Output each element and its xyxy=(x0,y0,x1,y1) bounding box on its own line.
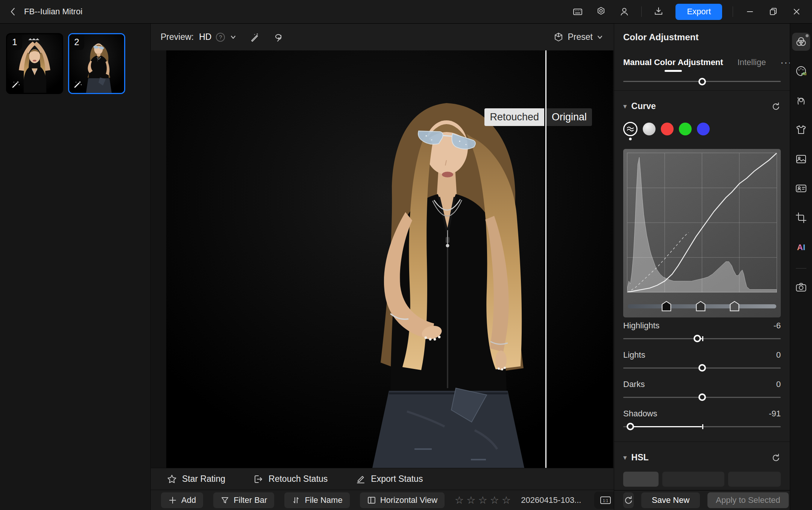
highlights-slider[interactable] xyxy=(623,331,781,347)
curves-icon xyxy=(626,125,634,133)
current-filename: 20260415-103... xyxy=(521,495,581,505)
rating-stars[interactable]: ☆☆☆☆☆ xyxy=(455,494,511,506)
slider-knob[interactable] xyxy=(627,423,634,430)
rail-portrait-retouch[interactable] xyxy=(792,91,810,109)
export-button[interactable]: Export xyxy=(675,4,722,20)
rail-clothing[interactable] xyxy=(792,121,810,139)
restore-button[interactable] xyxy=(767,5,780,18)
tab-manual-color-adjustment[interactable]: Manual Color Adjustment xyxy=(623,58,723,67)
apply-to-selected-button[interactable]: Apply to Selected xyxy=(707,492,788,508)
hsl-tab-3[interactable] xyxy=(728,472,781,487)
canvas-column: Preview: HD ? xyxy=(150,24,614,510)
more-options-button[interactable]: ··· xyxy=(780,60,790,65)
mid-point-handle[interactable] xyxy=(696,301,706,311)
rail-crop[interactable] xyxy=(792,209,810,227)
add-button[interactable]: Add xyxy=(161,492,203,508)
account-button[interactable] xyxy=(618,5,631,18)
shadows-value: -91 xyxy=(769,409,781,419)
lasso-icon xyxy=(272,31,285,44)
star-icon[interactable]: ☆ xyxy=(490,494,499,506)
caret-down-icon[interactable]: ▾ xyxy=(623,102,627,111)
retouch-status-icon xyxy=(253,474,264,484)
hsl-reset-button[interactable] xyxy=(771,453,781,463)
slider-center-tick xyxy=(702,424,703,429)
slider-knob[interactable] xyxy=(698,393,706,401)
horizontal-view-button[interactable]: Horizontal View xyxy=(360,492,445,508)
divider xyxy=(614,90,790,91)
keyboard-shortcuts-button[interactable] xyxy=(571,5,584,18)
darks-slider[interactable] xyxy=(623,390,781,405)
slider-fill xyxy=(630,426,702,427)
black-point-handle[interactable] xyxy=(662,301,671,311)
account-icon xyxy=(619,6,630,17)
clipped-slider[interactable] xyxy=(623,76,781,87)
preview-quality-value[interactable]: HD xyxy=(199,32,211,42)
darks-value: 0 xyxy=(776,379,781,389)
rail-background[interactable] xyxy=(792,150,810,168)
preview-label: Preview: xyxy=(161,32,194,42)
actual-size-button[interactable]: 1:1 xyxy=(600,494,612,506)
channel-blue[interactable] xyxy=(697,123,710,135)
hsl-section-header: ▾ HSL xyxy=(623,452,781,463)
save-new-button[interactable]: Save New xyxy=(641,492,700,508)
lights-slider[interactable] xyxy=(623,360,781,376)
curve-editor[interactable] xyxy=(623,149,781,317)
channel-white[interactable] xyxy=(643,123,656,135)
rail-color-adjustment[interactable] xyxy=(792,33,810,51)
rail-camera[interactable] xyxy=(792,278,810,296)
shadows-slider[interactable] xyxy=(623,419,781,435)
hsl-tab-1[interactable] xyxy=(623,472,659,487)
star-rating-label: Star Rating xyxy=(182,474,225,484)
keyboard-icon xyxy=(572,6,583,17)
star-rating-button[interactable]: Star Rating xyxy=(167,474,225,484)
settings-button[interactable] xyxy=(595,5,607,18)
star-icon[interactable]: ☆ xyxy=(466,494,475,506)
channel-all-curves[interactable] xyxy=(623,122,637,136)
curve-section-header: ▾ Curve xyxy=(623,101,781,111)
bottom-toolbar: Add Filter Bar File Name Horizontal View… xyxy=(151,490,614,510)
download-button[interactable] xyxy=(652,5,665,18)
white-point-handle[interactable] xyxy=(730,301,739,311)
sort-by-file-name-button[interactable]: File Name xyxy=(284,492,349,508)
thumbnail-2[interactable]: 2 xyxy=(68,33,125,94)
highlights-slider-row: Highlights -6 xyxy=(623,317,781,347)
ai-palette-icon: AI xyxy=(795,65,807,77)
reset-all-button[interactable] xyxy=(623,492,634,508)
star-icon[interactable]: ☆ xyxy=(502,494,511,506)
preset-label: Preset xyxy=(568,32,593,42)
close-button[interactable] xyxy=(790,5,803,18)
lasso-tool[interactable] xyxy=(272,31,285,44)
curve-chart[interactable] xyxy=(627,153,777,293)
retouch-status-button[interactable]: Retouch Status xyxy=(253,474,328,484)
curve-reset-button[interactable] xyxy=(771,102,781,111)
thumbnail-1[interactable]: 1 xyxy=(6,33,63,94)
minimize-button[interactable] xyxy=(744,5,756,18)
export-status-button[interactable]: Export Status xyxy=(355,474,423,484)
titlebar: FB--Iulian Mitroi Export xyxy=(0,0,812,24)
back-button[interactable] xyxy=(7,5,20,18)
tab-intelligent[interactable]: Intellige xyxy=(738,58,766,67)
rail-id-photo[interactable] xyxy=(792,179,810,197)
help-icon[interactable]: ? xyxy=(216,33,225,42)
caret-down-icon[interactable]: ▾ xyxy=(623,453,627,462)
photo-canvas[interactable]: Retouched Original xyxy=(166,50,613,468)
svg-text:AI: AI xyxy=(802,71,806,76)
rail-ai-color[interactable]: AI xyxy=(792,62,810,80)
add-label: Add xyxy=(181,495,196,505)
reset-icon xyxy=(623,495,634,505)
slider-knob[interactable] xyxy=(698,78,706,85)
filter-bar-button[interactable]: Filter Bar xyxy=(213,492,274,508)
chevron-down-icon[interactable] xyxy=(229,33,237,41)
star-icon[interactable]: ☆ xyxy=(478,494,487,506)
preview-toolbar: Preview: HD ? xyxy=(151,24,614,50)
star-icon[interactable]: ☆ xyxy=(455,494,464,506)
channel-green[interactable] xyxy=(679,123,692,135)
quick-retouch-toggle[interactable] xyxy=(248,31,261,44)
channel-red[interactable] xyxy=(661,123,674,135)
one-to-one-icon: 1:1 xyxy=(600,494,612,506)
preset-dropdown[interactable]: Preset xyxy=(553,32,603,43)
rail-ai-tools[interactable]: AI xyxy=(792,238,810,256)
slider-knob[interactable] xyxy=(698,364,706,372)
hsl-tab-2[interactable] xyxy=(662,472,724,487)
slider-knob[interactable] xyxy=(694,335,701,342)
